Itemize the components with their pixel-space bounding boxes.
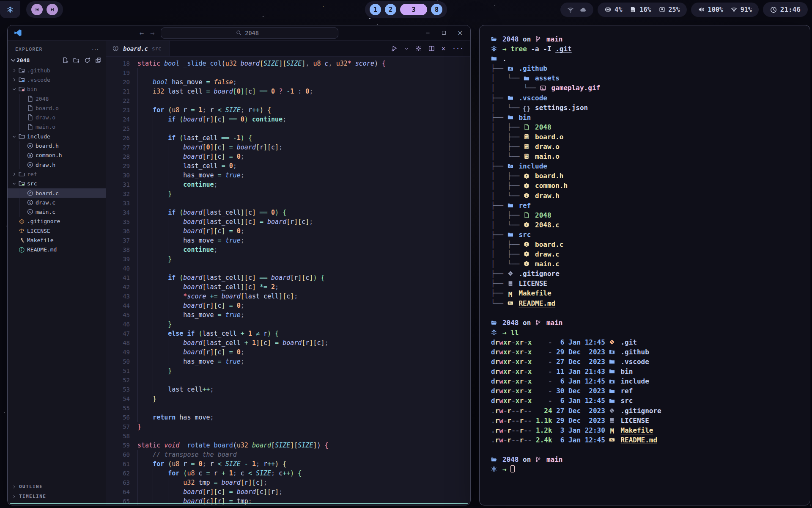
- media-next-button[interactable]: [47, 4, 58, 15]
- new-folder-icon: [73, 57, 80, 64]
- outline-panel-header[interactable]: OUTLINE: [8, 482, 106, 491]
- explorer-item-src[interactable]: src: [8, 179, 106, 188]
- terminal-line: │ ├── C board.h: [491, 171, 810, 181]
- indent-guide: [137, 366, 153, 375]
- nav-forward-button[interactable]: →: [150, 29, 154, 37]
- minimize-button[interactable]: [425, 30, 431, 36]
- chex-icon: C: [524, 260, 529, 267]
- command-center-search[interactable]: [161, 28, 338, 39]
- maximize-button[interactable]: [441, 30, 447, 36]
- file-icon: [27, 96, 36, 102]
- project-name: 2048: [16, 57, 62, 64]
- terminal-line: │ ├── 0110 draw.o: [491, 142, 810, 152]
- collapse-all-icon: [95, 57, 102, 64]
- refresh-button[interactable]: [84, 57, 91, 64]
- line-number: 36: [110, 226, 130, 236]
- media-prev-button[interactable]: [31, 4, 43, 15]
- nav-back-button[interactable]: ←: [140, 29, 144, 37]
- line-number: 42: [110, 282, 130, 292]
- nixos-logo-tile[interactable]: [0, 1, 20, 18]
- explorer-item-draw.c[interactable]: Cdraw.c: [8, 198, 106, 207]
- code-line-59: 59static void _rotate_board(u32 board[SI…: [110, 441, 470, 450]
- permissions: drwxr-xr-x: [491, 338, 532, 346]
- explorer-item-main.o[interactable]: main.o: [8, 122, 106, 132]
- line-number: 43: [110, 292, 130, 301]
- permissions: .rw-r--r--: [491, 436, 532, 444]
- split-button[interactable]: [428, 45, 435, 52]
- explorer-item-.vscode[interactable]: .vscode: [8, 75, 106, 84]
- indent-guide: [137, 124, 153, 133]
- explorer-item-board.h[interactable]: Hboard.h: [8, 141, 106, 150]
- code-line-18: 18static bool _slide_col(u32 board[SIZE]…: [110, 59, 470, 68]
- explorer-more-button[interactable]: ···: [92, 46, 99, 52]
- code-line-34: 34if (board[last_cell][c] ══ 0) {: [110, 208, 470, 217]
- permissions: drwxr-xr-x: [491, 397, 532, 405]
- gear-button[interactable]: [415, 45, 422, 52]
- tab-board-c[interactable]: C board.c src: [106, 41, 170, 56]
- explorer-item-2048[interactable]: 2048: [8, 94, 106, 103]
- indent-guide: [153, 217, 168, 226]
- close-button[interactable]: ×: [457, 29, 463, 37]
- terminal-line: drwxr-xr-x - 6 Jan 12:45 include: [491, 376, 810, 386]
- indent-guide: [137, 403, 153, 413]
- explorer-item-README.md[interactable]: README.md: [8, 245, 106, 254]
- indent-guide: [168, 180, 183, 189]
- project-root-row[interactable]: 2048: [8, 55, 106, 66]
- explorer-item-LICENSE[interactable]: LICENSE: [8, 226, 106, 235]
- explorer-item-include[interactable]: include: [8, 132, 106, 141]
- book-icon: [508, 280, 513, 287]
- permissions: .rw-r--r--: [491, 407, 532, 415]
- explorer-item-common.h[interactable]: Hcommon.h: [8, 151, 106, 160]
- indent-guide: [137, 459, 153, 469]
- indent-guide: [153, 189, 168, 199]
- terminal-body[interactable]: 2048 on main → tree -a -I .git .├── .git…: [480, 25, 810, 505]
- explorer-item-.gitignore[interactable]: .gitignore: [8, 217, 106, 226]
- terminal-line: .rw-r--r-- 1.1k 29 Dec 2023 LICENSE: [491, 416, 810, 425]
- workspace-1[interactable]: 1: [370, 4, 381, 15]
- explorer-item-main.c[interactable]: Cmain.c: [8, 207, 106, 216]
- explorer-item-draw.h[interactable]: Hdraw.h: [8, 160, 106, 169]
- c-circle-icon: C: [27, 190, 33, 196]
- terminal-line: │ ├── 2048: [491, 210, 810, 220]
- svg-text:C: C: [526, 223, 527, 227]
- system-stats: 4%16%25%: [598, 3, 686, 17]
- explorer-item-board.c[interactable]: Cboard.c: [8, 188, 106, 198]
- folder-github-icon: [19, 67, 27, 74]
- new-file-icon: [62, 57, 69, 64]
- chevron-down-button[interactable]: [404, 47, 409, 51]
- run-button[interactable]: [391, 45, 398, 52]
- explorer-item-Makefile[interactable]: Makefile: [8, 235, 106, 245]
- search-input[interactable]: [245, 30, 263, 36]
- line-number: 21: [110, 87, 130, 96]
- code-editor[interactable]: 18static bool _slide_col(u32 board[SIZE]…: [106, 57, 470, 505]
- explorer-item-ref[interactable]: ref: [8, 169, 106, 179]
- terminal-line: │ └── C draw.h: [491, 191, 810, 201]
- folder-gear-icon: [508, 163, 513, 169]
- explorer-item-board.o[interactable]: board.o: [8, 103, 106, 113]
- indent-guide: [19, 141, 19, 150]
- info-circle-icon: [19, 247, 25, 253]
- explorer-item-bin[interactable]: bin: [8, 85, 106, 94]
- more-button[interactable]: ···: [452, 45, 464, 52]
- workspace-2[interactable]: 2: [385, 4, 396, 15]
- editor-titlebar: ← → ×: [8, 25, 470, 41]
- wifi-icon[interactable]: [567, 6, 574, 13]
- terminal-line: │ ├── C common.h: [491, 181, 810, 190]
- indent-guide: [137, 469, 153, 478]
- new-folder-button[interactable]: [73, 57, 80, 64]
- collapse-all-button[interactable]: [95, 57, 102, 64]
- git-diamond-icon: [19, 218, 27, 225]
- indent-guide: [137, 105, 153, 115]
- workspace-8[interactable]: 8: [431, 4, 442, 15]
- timeline-panel-header[interactable]: TIMELINE: [8, 491, 106, 501]
- media-prev-icon: [34, 7, 40, 12]
- indent-guide: [153, 152, 168, 161]
- new-file-button[interactable]: [62, 57, 69, 64]
- close-button[interactable]: ×: [442, 45, 445, 52]
- explorer-item-draw.o[interactable]: draw.o: [8, 113, 106, 122]
- terminal-window: 2048 on main → tree -a -I .git .├── .git…: [479, 25, 810, 505]
- terminal-line: drwxr-xr-x - 6 Jan 12:45 src: [491, 396, 810, 406]
- workspace-3[interactable]: 3: [400, 4, 427, 15]
- explorer-item-.github[interactable]: .github: [8, 66, 106, 75]
- cloud-icon[interactable]: [580, 6, 587, 13]
